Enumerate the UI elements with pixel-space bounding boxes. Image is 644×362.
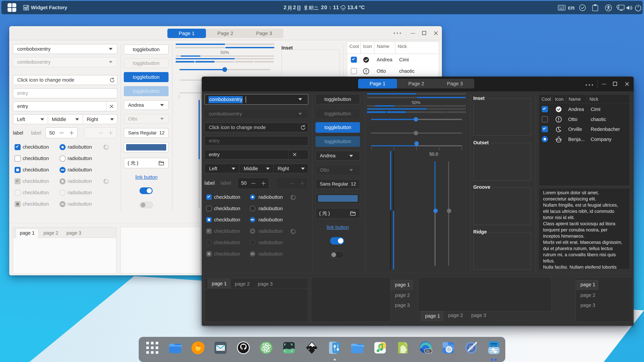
svg-text:DEV: DEV (426, 350, 431, 352)
